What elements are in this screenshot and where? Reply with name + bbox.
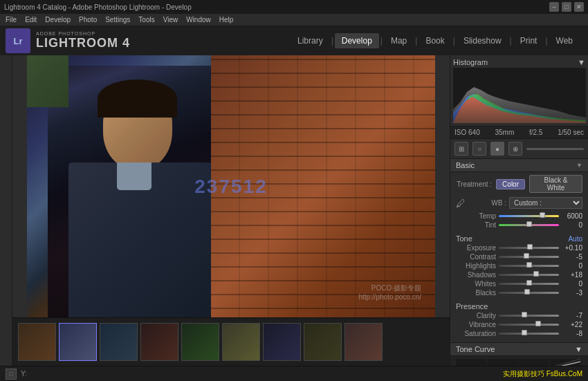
circle-tool-btn[interactable]: ○ bbox=[472, 142, 486, 156]
photo-frame: 237512 POCO·摄影专题 http://photo.poco.cn/ bbox=[27, 55, 435, 317]
whites-thumb[interactable] bbox=[526, 280, 532, 286]
left-panel bbox=[0, 55, 12, 366]
wb-row: 🖊 WB : Custom : As Shot Auto Daylight Cl… bbox=[450, 196, 588, 210]
temp-thumb[interactable] bbox=[540, 212, 545, 218]
tint-thumb[interactable] bbox=[526, 221, 532, 227]
contrast-value: -5 bbox=[562, 253, 582, 261]
tab-print[interactable]: Print bbox=[513, 33, 544, 48]
exif-focal: 35mm bbox=[495, 129, 514, 136]
histogram-title: Histogram bbox=[453, 58, 488, 66]
presence-header: Presence bbox=[456, 300, 582, 311]
eyedrop-icon[interactable]: 🖊 bbox=[456, 198, 466, 209]
temp-slider-track[interactable] bbox=[499, 215, 559, 217]
plants-area bbox=[27, 55, 68, 107]
nav-sep-3: | bbox=[415, 36, 417, 46]
tab-slideshow[interactable]: Slideshow bbox=[457, 33, 508, 48]
highlights-track[interactable] bbox=[499, 265, 559, 267]
saturation-track[interactable] bbox=[499, 333, 559, 335]
tab-develop[interactable]: Develop bbox=[335, 33, 379, 48]
wb-select[interactable]: Custom : As Shot Auto Daylight Cloudy Sh… bbox=[509, 197, 582, 209]
filmstrip-thumb-3[interactable] bbox=[100, 323, 138, 361]
filmstrip-thumb-4[interactable] bbox=[140, 323, 178, 361]
minimize-button[interactable]: – bbox=[549, 2, 559, 12]
filmstrip-thumb-1[interactable] bbox=[18, 323, 56, 361]
tone-group-title: Tone bbox=[456, 234, 472, 243]
tab-map[interactable]: Map bbox=[384, 33, 414, 48]
statusbar-xy: Y: bbox=[21, 370, 27, 378]
statusbar-left: □ Y: bbox=[6, 369, 27, 380]
histogram-arrow[interactable]: ▼ bbox=[578, 58, 585, 66]
menu-window[interactable]: Window bbox=[186, 16, 211, 24]
close-button[interactable]: ✕ bbox=[574, 2, 584, 12]
dot-tool-btn[interactable]: ● bbox=[490, 142, 504, 156]
exposure-track[interactable] bbox=[499, 247, 559, 249]
contrast-label: Contrast bbox=[456, 253, 496, 261]
maximize-button[interactable]: □ bbox=[562, 2, 571, 12]
status-frame-btn[interactable]: □ bbox=[6, 369, 17, 380]
menu-edit[interactable]: Edit bbox=[25, 16, 37, 24]
tone-section: Tone Auto Exposure +0.10 Contrast -5 bbox=[450, 231, 588, 299]
basic-section-header[interactable]: Basic ▼ bbox=[450, 159, 588, 172]
menu-view[interactable]: View bbox=[163, 16, 178, 24]
center-panel: 237512 POCO·摄影专题 http://photo.poco.cn/ bbox=[12, 55, 450, 366]
saturation-value: -8 bbox=[562, 330, 582, 337]
histogram-section: Histogram ▼ bbox=[450, 55, 588, 127]
exposure-thumb[interactable] bbox=[527, 244, 533, 250]
wb-sliders: Temp 6000 Tint 0 bbox=[450, 210, 588, 231]
blacks-thumb[interactable] bbox=[524, 289, 530, 295]
clarity-thumb[interactable] bbox=[522, 312, 527, 317]
filmstrip-thumb-7[interactable] bbox=[263, 323, 301, 361]
presence-section: Presence Clarity -7 Vibrance +22 Saturat… bbox=[450, 299, 588, 340]
bw-treatment-btn[interactable]: Black & White bbox=[529, 175, 582, 193]
contrast-thumb[interactable] bbox=[524, 253, 529, 259]
filmstrip-thumb-5[interactable] bbox=[181, 323, 219, 361]
shadows-thumb[interactable] bbox=[533, 271, 539, 277]
menu-develop[interactable]: Develop bbox=[45, 16, 71, 24]
exposure-slider-row: Exposure +0.10 bbox=[456, 243, 582, 252]
menu-tools[interactable]: Tools bbox=[138, 16, 154, 24]
filmstrip-thumb-9[interactable] bbox=[344, 323, 383, 361]
nav-tabs: Library | Develop | Map | Book | Slidesh… bbox=[291, 33, 580, 48]
whites-slider-row: Whites 0 bbox=[456, 279, 582, 288]
highlights-slider-row: Highlights 0 bbox=[456, 261, 582, 270]
menu-help[interactable]: Help bbox=[219, 16, 234, 24]
tone-curve-header[interactable]: Tone Curve ▼ bbox=[450, 342, 588, 356]
vibrance-track[interactable] bbox=[499, 324, 559, 326]
contrast-track[interactable] bbox=[499, 256, 559, 258]
cross-tool-btn[interactable]: ⊕ bbox=[508, 142, 522, 156]
exif-aperture: f/2.5 bbox=[529, 129, 542, 136]
tool-slider[interactable] bbox=[526, 148, 584, 150]
blacks-track[interactable] bbox=[499, 292, 559, 294]
highlights-thumb[interactable] bbox=[526, 262, 532, 268]
histogram-canvas bbox=[453, 68, 586, 123]
tone-group-header: Tone Auto bbox=[456, 232, 582, 243]
shadows-label: Shadows bbox=[456, 271, 496, 279]
saturation-thumb[interactable] bbox=[522, 330, 527, 335]
tab-library[interactable]: Library bbox=[291, 33, 330, 48]
menu-photo[interactable]: Photo bbox=[79, 16, 97, 24]
fovbus-watermark: 实用摄影技巧 FsBus.CoM bbox=[503, 369, 582, 379]
saturation-slider-row: Saturation -8 bbox=[456, 329, 582, 338]
tab-book[interactable]: Book bbox=[419, 33, 451, 48]
adobe-sub-label: ADOBE PHOTOSHOP bbox=[36, 31, 130, 36]
color-treatment-btn[interactable]: Color bbox=[496, 179, 525, 189]
hair bbox=[98, 80, 177, 118]
menubar: File Edit Develop Photo Settings Tools V… bbox=[0, 14, 588, 26]
vibrance-thumb[interactable] bbox=[535, 321, 541, 326]
menu-settings[interactable]: Settings bbox=[105, 16, 130, 24]
whites-track[interactable] bbox=[499, 283, 559, 285]
tab-web[interactable]: Web bbox=[549, 33, 580, 48]
exif-shutter: 1/50 sec bbox=[558, 129, 584, 136]
logo-area: Lr ADOBE PHOTOSHOP LIGHTROOM 4 bbox=[6, 28, 130, 53]
vibrance-slider-row: Vibrance +22 bbox=[456, 320, 582, 329]
clarity-track[interactable] bbox=[499, 315, 559, 317]
filmstrip-thumb-2[interactable] bbox=[59, 323, 97, 361]
filmstrip-thumb-8[interactable] bbox=[304, 323, 342, 361]
tint-slider-track[interactable] bbox=[499, 224, 559, 226]
filmstrip-thumb-6[interactable] bbox=[222, 323, 260, 361]
shadows-track[interactable] bbox=[499, 274, 559, 276]
tone-auto-btn[interactable]: Auto bbox=[568, 235, 582, 243]
app-title-label: LIGHTROOM 4 bbox=[36, 36, 130, 50]
grid-tool-btn[interactable]: ⊞ bbox=[454, 142, 468, 156]
menu-file[interactable]: File bbox=[6, 16, 17, 24]
